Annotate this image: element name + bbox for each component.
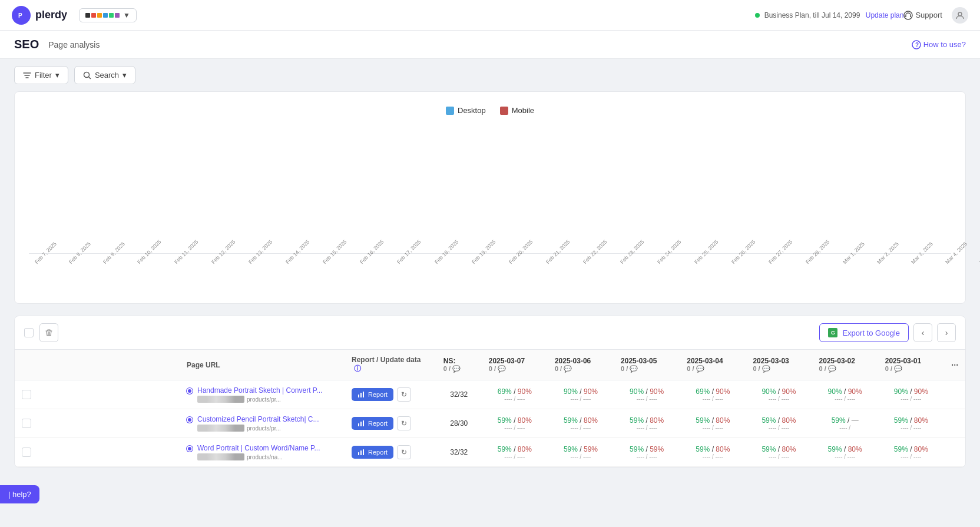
- score-secondary: 59%: [584, 445, 598, 453]
- score-cell: 59% / 80%: [489, 416, 541, 425]
- table-row: Customized Pencil Portrait Sketch| C... …: [15, 409, 965, 438]
- score-dash: —: [852, 416, 859, 425]
- report-button[interactable]: Report: [352, 388, 393, 401]
- ns-count: 32/32: [450, 448, 468, 456]
- filter-button[interactable]: Filter ▾: [14, 66, 68, 84]
- score-sub: ---- / ----: [489, 396, 541, 402]
- col-date-6-header: 2025-03-01 0 / 💬: [878, 350, 944, 380]
- score-secondary: 90%: [914, 387, 928, 396]
- page-url-link[interactable]: Customized Pencil Portrait Sketch| C...: [197, 415, 319, 423]
- page-url-link[interactable]: Handmade Portrait Sketch | Convert P...: [197, 386, 322, 395]
- score-separator: /: [910, 387, 914, 396]
- search-button[interactable]: Search ▾: [74, 66, 135, 84]
- table-body: Handmade Portrait Sketch | Convert P... …: [15, 380, 965, 467]
- svg-point-8: [84, 72, 89, 77]
- table-toolbar-left: [24, 323, 58, 342]
- row-indicator-dot[interactable]: [187, 388, 193, 394]
- table-row: Word Portrait | Custom Word/Name P... pr…: [15, 438, 965, 467]
- plan-badge[interactable]: ▼: [79, 8, 137, 22]
- score-secondary: 90%: [716, 387, 730, 396]
- score-secondary: 80%: [914, 445, 928, 453]
- col-date-3-header: 2025-03-04 0 / 💬: [680, 350, 746, 380]
- next-page-button[interactable]: ›: [937, 323, 956, 342]
- score-sub: ---- / ----: [621, 425, 673, 431]
- prev-page-button[interactable]: ‹: [913, 323, 932, 342]
- table-toolbar: G Export to Google ‹ ›: [15, 316, 965, 350]
- legend-desktop: Desktop: [446, 106, 486, 115]
- how-to-use-link[interactable]: ? How to use?: [912, 40, 966, 49]
- score-cell: 59% / 80%: [687, 445, 739, 453]
- chart-bars: [29, 124, 951, 254]
- chart-icon: [357, 420, 365, 427]
- search-icon: [83, 71, 91, 79]
- delete-button[interactable]: [39, 323, 58, 342]
- ns-sub-label: 0 / 💬: [443, 365, 475, 373]
- row-more-options[interactable]: [944, 438, 965, 467]
- row-indicator-dot[interactable]: [187, 446, 193, 452]
- score-secondary: 90%: [584, 387, 598, 396]
- score-sub: ---- / ----: [819, 453, 871, 460]
- url-thumbnail-icon: [197, 453, 244, 460]
- svg-rect-10: [360, 393, 362, 397]
- score-secondary: 90%: [848, 387, 862, 396]
- svg-rect-12: [358, 423, 359, 426]
- seo-title: SEO: [14, 38, 39, 51]
- row-indicator-dot[interactable]: [187, 417, 193, 423]
- url-thumbnail-icon: [197, 396, 244, 403]
- plan-dots-icon: [85, 13, 120, 18]
- score-secondary: 80%: [716, 416, 730, 425]
- score-main: 59%: [630, 416, 644, 425]
- row-checkbox[interactable]: [22, 419, 31, 428]
- support-button[interactable]: Support: [903, 11, 942, 20]
- export-to-google-button[interactable]: G Export to Google: [819, 323, 909, 342]
- page-analysis-label: Page analysis: [48, 40, 100, 49]
- refresh-button[interactable]: ↻: [397, 445, 411, 459]
- row-more-options[interactable]: [944, 409, 965, 438]
- score-main: 59%: [828, 445, 842, 453]
- score-cell: 59% / 59%: [555, 445, 607, 453]
- refresh-button[interactable]: ↻: [397, 416, 411, 430]
- date-6-label: 2025-03-01: [885, 357, 937, 365]
- score-sub: ---- / ----: [753, 425, 804, 431]
- score-sub: ---- / ----: [489, 425, 541, 431]
- col-date-1-header: 2025-03-06 0 / 💬: [548, 350, 614, 380]
- score-secondary: 80%: [518, 445, 532, 453]
- desktop-legend-label: Desktop: [458, 106, 486, 115]
- row-checkbox[interactable]: [22, 390, 31, 399]
- refresh-button[interactable]: ↻: [397, 387, 411, 402]
- score-main: 90%: [894, 387, 908, 396]
- score-cell: 90% / 90%: [885, 387, 937, 396]
- filter-icon: [23, 71, 31, 79]
- select-all-checkbox[interactable]: [24, 328, 34, 337]
- date-5-label: 2025-03-02: [819, 357, 871, 365]
- row-checkbox[interactable]: [22, 448, 31, 457]
- score-sub: ---- / ----: [621, 396, 673, 402]
- svg-rect-15: [358, 452, 359, 455]
- date-4-label: 2025-03-03: [753, 357, 804, 365]
- search-chevron-icon: ▾: [122, 71, 127, 79]
- chart-icon: [357, 449, 365, 456]
- score-main: 90%: [630, 387, 644, 396]
- filter-label: Filter: [35, 71, 52, 79]
- user-icon[interactable]: [952, 7, 968, 24]
- score-cell: 90% / 90%: [753, 387, 804, 396]
- page-url-link[interactable]: Word Portrait | Custom Word/Name P...: [197, 444, 320, 452]
- report-button[interactable]: Report: [352, 417, 393, 430]
- page-header-left: SEO Page analysis: [14, 38, 100, 51]
- score-secondary: 80%: [848, 445, 862, 453]
- url-text: products/pr...: [247, 425, 281, 432]
- score-sub: ---- / ----: [489, 453, 541, 460]
- report-button[interactable]: Report: [352, 446, 393, 459]
- row-more-options[interactable]: [944, 380, 965, 409]
- score-cell: 69% / 90%: [489, 387, 541, 396]
- update-plan-link[interactable]: Update plan: [866, 11, 904, 19]
- score-separator: /: [514, 387, 518, 396]
- ns-count: 32/32: [450, 390, 468, 399]
- svg-rect-17: [363, 449, 364, 455]
- score-main: 59%: [696, 416, 710, 425]
- svg-rect-16: [360, 450, 362, 455]
- score-sub: ---- / ----: [687, 425, 739, 431]
- score-main: 69%: [498, 387, 512, 396]
- score-cell: 69% / 90%: [687, 387, 739, 396]
- logo-icon: P: [12, 6, 31, 25]
